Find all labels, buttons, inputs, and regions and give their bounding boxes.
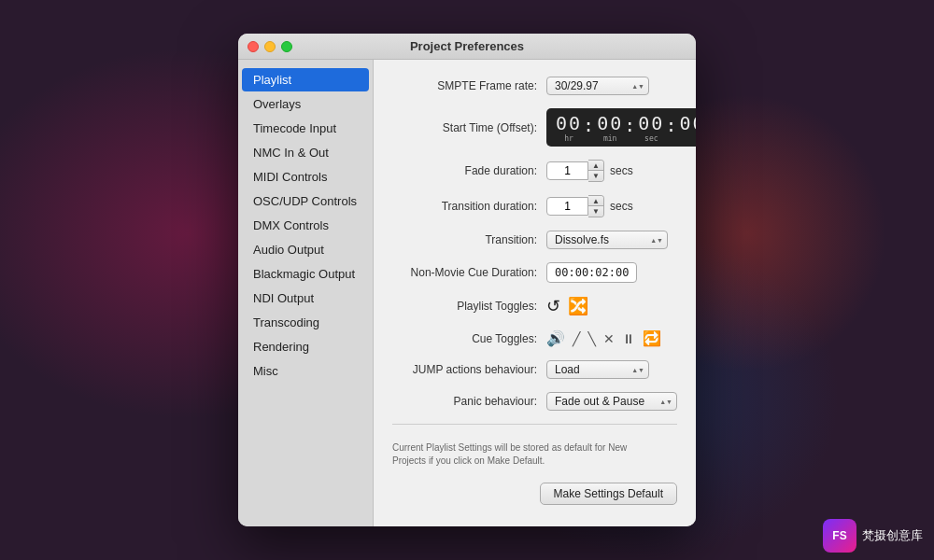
transition-stepper-down[interactable]: ▼: [588, 206, 603, 217]
transition-stepper-buttons: ▲ ▼: [588, 195, 604, 217]
fade-duration-control: ▲ ▼ secs: [546, 160, 633, 182]
timecode-frame: 00: [679, 112, 696, 143]
main-panel: SMPTE Frame rate: 30/29.97 24 25 Start T…: [374, 60, 696, 526]
separator: [392, 424, 677, 425]
sidebar-item-nmc-in-out[interactable]: NMC In & Out: [242, 141, 369, 164]
fade-duration-label: Fade duration:: [392, 164, 546, 177]
sidebar-item-ndi-output[interactable]: NDI Output: [242, 287, 369, 310]
fade-duration-input[interactable]: [546, 161, 588, 180]
smpte-select-wrapper: 30/29.97 24 25: [546, 77, 649, 95]
fade-stepper: ▲ ▼: [546, 160, 604, 182]
fade-unit: secs: [610, 164, 633, 177]
playlist-shuffle-icon[interactable]: 🔀: [568, 296, 588, 316]
traffic-lights: [248, 41, 292, 52]
sidebar-item-playlist[interactable]: Playlist: [242, 68, 369, 91]
sidebar-item-osc-udp[interactable]: OSC/UDP Controls: [242, 189, 369, 213]
sidebar-item-transcoding[interactable]: Transcoding: [242, 311, 369, 334]
smpte-select[interactable]: 30/29.97 24 25: [546, 77, 649, 95]
start-time-label: Start Time (Offset):: [392, 121, 546, 134]
transition-duration-input[interactable]: [546, 197, 588, 216]
cue-volume-icon[interactable]: 🔊: [546, 329, 565, 347]
make-default-button[interactable]: Make Settings Default: [540, 483, 677, 505]
smpte-control: 30/29.97 24 25: [546, 77, 649, 95]
playlist-toggles-label: Playlist Toggles:: [392, 300, 546, 313]
panic-select-wrapper: Fade out & Pause Stop Fade out: [546, 392, 677, 411]
cue-fade-up-icon[interactable]: ╱: [573, 331, 580, 346]
sidebar-item-misc[interactable]: Misc: [242, 359, 369, 383]
playlist-loop-icon[interactable]: ↺: [546, 296, 560, 316]
playlist-toggles-row: Playlist Toggles: ↺ 🔀: [392, 296, 677, 316]
panic-label: Panic behaviour:: [392, 395, 546, 408]
timecode-sec: 00 sec: [638, 112, 664, 143]
maximize-button[interactable]: [281, 41, 292, 52]
sidebar-item-blackmagic[interactable]: Blackmagic Output: [242, 262, 369, 286]
timecode-display: 00 hr : 00 min : 00 sec :: [546, 108, 696, 147]
cue-fade-down-icon[interactable]: ╲: [587, 331, 595, 346]
start-time-row: Start Time (Offset): 00 hr : 00 min :: [392, 108, 677, 147]
watermark-badge: FS: [823, 519, 856, 553]
fade-stepper-up[interactable]: ▲: [588, 161, 603, 171]
jump-label: JUMP actions behaviour:: [392, 363, 546, 376]
footer-note: Current Playlist Settings will be stored…: [392, 434, 677, 471]
sidebar-item-rendering[interactable]: Rendering: [242, 335, 369, 358]
non-movie-value: 00:00:02:00: [546, 262, 637, 283]
transition-select[interactable]: Dissolve.fs Cut Fade: [546, 231, 668, 249]
panic-select[interactable]: Fade out & Pause Stop Fade out: [546, 392, 677, 411]
panic-control: Fade out & Pause Stop Fade out: [546, 392, 677, 411]
transition-row: Transition: Dissolve.fs Cut Fade: [392, 231, 677, 249]
sidebar: PlaylistOverlaysTimecode InputNMC In & O…: [238, 60, 374, 526]
timecode-hr: 00 hr: [556, 112, 582, 143]
sidebar-item-timecode-input[interactable]: Timecode Input: [242, 117, 369, 140]
panic-row: Panic behaviour: Fade out & Pause Stop F…: [392, 392, 677, 411]
window-content: PlaylistOverlaysTimecode InputNMC In & O…: [238, 60, 696, 526]
timecode-min: 00 min: [597, 112, 623, 143]
fade-stepper-down[interactable]: ▼: [588, 171, 603, 181]
smpte-label: SMPTE Frame rate:: [392, 79, 546, 92]
watermark-text: 梵摄创意库: [862, 527, 923, 544]
transition-unit: secs: [610, 200, 633, 213]
transition-duration-label: Transition duration:: [392, 200, 546, 213]
non-movie-label: Non-Movie Cue Duration:: [392, 266, 546, 279]
sidebar-item-audio-output[interactable]: Audio Output: [242, 238, 369, 261]
sidebar-item-midi-controls[interactable]: MIDI Controls: [242, 165, 369, 189]
transition-label: Transition:: [392, 233, 546, 246]
playlist-toggles-control: ↺ 🔀: [546, 296, 588, 316]
watermark: FS 梵摄创意库: [823, 519, 923, 553]
smpte-row: SMPTE Frame rate: 30/29.97 24 25: [392, 77, 677, 95]
window-title: Project Preferences: [410, 39, 524, 53]
jump-select-wrapper: Load Play Pause: [546, 360, 649, 379]
minimize-button[interactable]: [264, 41, 276, 52]
transition-duration-row: Transition duration: ▲ ▼ secs: [392, 195, 677, 217]
transition-duration-control: ▲ ▼ secs: [546, 195, 633, 217]
transition-select-wrapper: Dissolve.fs Cut Fade: [546, 231, 668, 249]
cue-repeat-icon[interactable]: 🔁: [643, 329, 661, 347]
cue-toggles-label: Cue Toggles:: [392, 332, 546, 345]
sidebar-item-dmx-controls[interactable]: DMX Controls: [242, 214, 369, 237]
fade-stepper-buttons: ▲ ▼: [588, 160, 604, 182]
non-movie-row: Non-Movie Cue Duration: 00:00:02:00: [392, 262, 677, 283]
preferences-window: Project Preferences PlaylistOverlaysTime…: [238, 34, 696, 526]
fade-duration-row: Fade duration: ▲ ▼ secs: [392, 160, 677, 182]
jump-row: JUMP actions behaviour: Load Play Pause: [392, 360, 677, 379]
start-time-control: 00 hr : 00 min : 00 sec :: [546, 108, 696, 147]
jump-control: Load Play Pause: [546, 360, 649, 379]
jump-select[interactable]: Load Play Pause: [546, 360, 649, 379]
cue-toggles-row: Cue Toggles: 🔊 ╱ ╲ ✕ ⏸ 🔁: [392, 329, 677, 347]
titlebar: Project Preferences: [238, 34, 696, 60]
transition-stepper: ▲ ▼: [546, 195, 604, 217]
transition-stepper-up[interactable]: ▲: [588, 196, 603, 206]
cue-cross-icon[interactable]: ✕: [603, 331, 615, 346]
non-movie-control: 00:00:02:00: [546, 262, 637, 283]
transition-control: Dissolve.fs Cut Fade: [546, 231, 668, 249]
cue-pause-icon[interactable]: ⏸: [622, 331, 635, 346]
sidebar-item-overlays[interactable]: Overlays: [242, 92, 369, 116]
close-button[interactable]: [248, 41, 259, 52]
cue-toggles-control: 🔊 ╱ ╲ ✕ ⏸ 🔁: [546, 329, 661, 347]
